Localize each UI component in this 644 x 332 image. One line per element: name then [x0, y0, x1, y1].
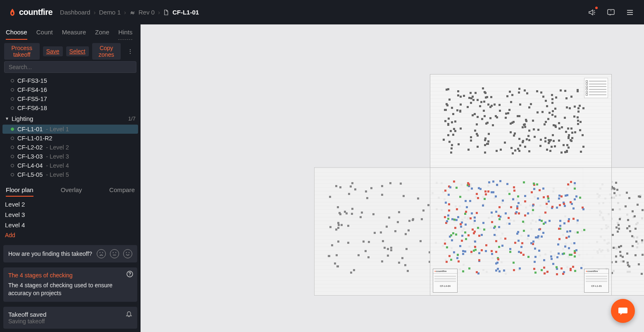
info-card-body: The 4 stages of checking used to ensure …	[8, 281, 132, 298]
face-neutral-icon[interactable]	[110, 249, 119, 258]
chat-button[interactable]	[611, 299, 635, 323]
subtab-compare[interactable]: Compare	[109, 186, 135, 197]
tree-item[interactable]: CF-FS5-17	[2, 94, 138, 103]
info-card[interactable]: The 4 stages of checking The 4 stages of…	[3, 267, 137, 302]
save-button[interactable]: Save	[43, 46, 63, 56]
feedback-card: How are you finding this takeoff?	[3, 245, 137, 262]
tree-item-label: CF-L3-03	[17, 153, 43, 160]
title-block: ●countfire CF-L4-04	[433, 269, 458, 293]
chevron-right-icon: ›	[124, 9, 126, 16]
tab-measure[interactable]: Measure	[62, 29, 86, 40]
tree-item-label: CF-FS6-18	[17, 105, 47, 111]
tree-item[interactable]: CF-L5-05 - Level 5	[2, 170, 138, 179]
tree-item-label: CF-L1-01	[17, 126, 43, 132]
logo[interactable]: countfire	[8, 7, 52, 17]
bullet-icon	[11, 128, 14, 131]
bell-icon[interactable]	[126, 311, 132, 319]
tree-item-label: CF-L2-02	[17, 144, 43, 151]
flame-icon	[8, 8, 17, 17]
process-takeoff-button[interactable]: Process takeoff	[4, 43, 40, 60]
file-tree: CF-FS3-15 CF-FS4-16 CF-FS5-17 CF-FS6-18 …	[0, 75, 141, 182]
copy-zones-button[interactable]: Copy zones	[92, 43, 121, 60]
bullet-icon	[11, 88, 14, 91]
drawing-sheet[interactable]	[430, 74, 612, 173]
notification-dot	[594, 6, 599, 10]
subtab-floorplan[interactable]: Floor plan	[6, 186, 33, 197]
status-secondary: Saving takeoff	[8, 318, 132, 325]
face-happy-icon[interactable]	[123, 249, 132, 258]
bullet-icon	[11, 97, 14, 101]
subtabs: Floor plan Overlay Compare	[0, 182, 141, 197]
status-card: Takeoff saved Saving takeoff	[3, 307, 137, 329]
subtab-overlay[interactable]: Overlay	[61, 186, 82, 197]
feedback-prompt: How are you finding this takeoff?	[8, 250, 92, 257]
tree-item-suffix: - Level 5	[46, 171, 69, 178]
drawing-canvas[interactable]: ●countfire CF-L3-03 ●countfire CF-L4-04 …	[141, 24, 644, 332]
breadcrumb-dashboard[interactable]: Dashboard	[60, 9, 90, 16]
bullet-icon	[11, 155, 14, 158]
rev-icon	[129, 10, 135, 15]
bullet-icon	[11, 79, 14, 82]
sidebar: Choose Count Measure Zone Hints Process …	[0, 24, 141, 332]
tree-item[interactable]: CF-L1-01 - Level 1	[2, 125, 138, 134]
tree-item-label: CF-FS3-15	[17, 77, 47, 84]
add-level-button[interactable]: Add	[4, 230, 136, 240]
bullet-icon	[11, 164, 14, 167]
search-input[interactable]	[4, 61, 136, 73]
bullet-icon	[11, 173, 14, 176]
tree-item-suffix: - Level 2	[46, 144, 69, 151]
status-primary: Takeoff saved	[8, 311, 132, 318]
tree-item-suffix: - Level 3	[46, 153, 69, 160]
tab-zone[interactable]: Zone	[95, 29, 109, 40]
tree-item[interactable]: CF-FS6-18	[2, 103, 138, 113]
svg-rect-0	[608, 10, 614, 14]
title-block: ●countfire CF-L1-01	[584, 269, 609, 293]
more-icon[interactable]: ⋮	[124, 46, 136, 56]
bullet-icon	[11, 106, 14, 110]
tree-item-label: CF-FS5-17	[17, 96, 47, 102]
header: countfire Dashboard › Demo 1 › Rev 0 › C…	[0, 0, 644, 24]
breadcrumb-current: CF-L1-01	[172, 9, 199, 16]
tree-item-label: CF-L1-01-R2	[17, 135, 52, 142]
svg-point-8	[115, 252, 116, 253]
svg-point-7	[113, 252, 114, 253]
breadcrumb-rev[interactable]: Rev 0	[138, 9, 155, 16]
breadcrumb-demo[interactable]: Demo 1	[99, 9, 121, 16]
level-item[interactable]: Level 3	[4, 209, 136, 220]
tree-item[interactable]: CF-FS4-16	[2, 85, 138, 94]
chevron-right-icon: ›	[93, 9, 95, 16]
tree-item-label: CF-FS4-16	[17, 87, 47, 93]
chat-icon	[617, 305, 629, 317]
levels-list: Level 2 Level 3 Level 4 Add	[0, 197, 141, 243]
tree-item[interactable]: CF-FS3-15	[2, 76, 138, 85]
svg-point-11	[129, 252, 129, 253]
svg-point-6	[102, 252, 103, 253]
drawing-sheet[interactable]: ●countfire CF-L4-04 ●countfire CF-L1-01	[430, 167, 612, 296]
announcement-button[interactable]	[586, 7, 598, 18]
info-card-title: The 4 stages of checking	[8, 272, 132, 280]
bullet-icon	[11, 137, 14, 140]
help-icon[interactable]	[126, 271, 133, 280]
tree-item-label: CF-L4-04	[17, 162, 43, 169]
bullet-icon	[11, 146, 14, 149]
tab-choose[interactable]: Choose	[6, 29, 27, 40]
tab-hints[interactable]: Hints	[118, 29, 132, 40]
tree-item[interactable]: CF-L1-01-R2	[2, 134, 138, 143]
main-tabs: Choose Count Measure Zone Hints	[0, 24, 141, 40]
menu-button[interactable]	[624, 7, 636, 18]
feedback-button[interactable]	[605, 7, 617, 18]
tab-count[interactable]: Count	[36, 29, 53, 40]
tree-group-lighting[interactable]: ▼ Lighting 1/7	[2, 113, 138, 125]
tree-item[interactable]: CF-L3-03 - Level 3	[2, 152, 138, 161]
tree-item[interactable]: CF-L4-04 - Level 4	[2, 161, 138, 170]
level-item[interactable]: Level 4	[4, 220, 136, 230]
tree-item-label: CF-L5-05	[17, 171, 43, 178]
message-icon	[607, 8, 615, 17]
tree-item-suffix: - Level 1	[46, 126, 69, 132]
tree-item[interactable]: CF-L2-02 - Level 2	[2, 143, 138, 152]
file-icon	[163, 10, 169, 15]
level-item[interactable]: Level 2	[4, 199, 136, 209]
face-sad-icon[interactable]	[97, 249, 106, 258]
search-container	[0, 61, 141, 75]
select-button[interactable]: Select	[66, 46, 89, 56]
